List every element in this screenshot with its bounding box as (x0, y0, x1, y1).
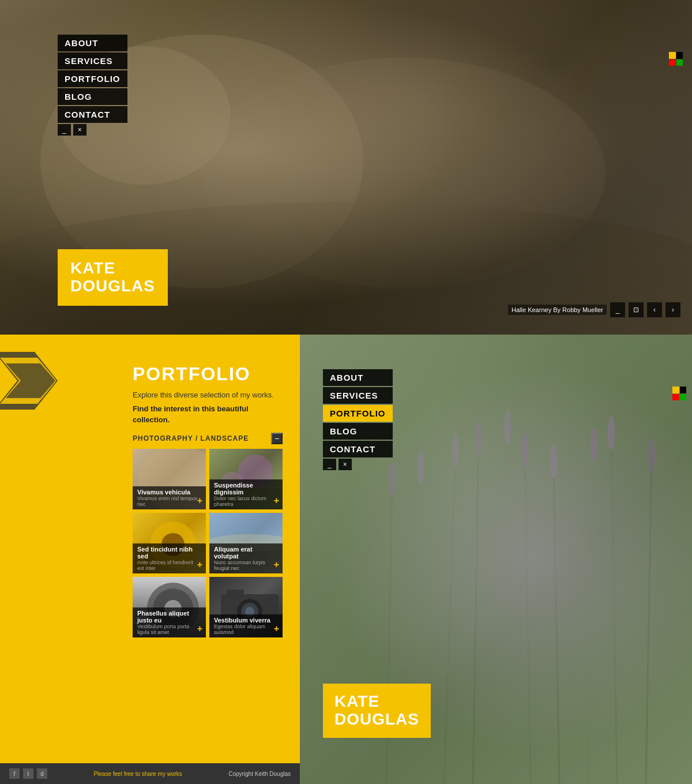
collapse-button[interactable]: − (271, 433, 283, 444)
portfolio-grid-row3: Phasellus aliquet justo eu Vestibulum po… (133, 577, 283, 637)
right-nav-portfolio[interactable]: PORTFOLIO (323, 405, 393, 422)
right-navigation: ABOUT SERVICES PORTFOLIO BLOG CONTACT _ … (323, 369, 393, 470)
right-color-square-black (680, 387, 687, 393)
portfolio-desc2: Find the interest in this beautiful coll… (133, 403, 283, 426)
portfolio-desc1: Explore this diverse selection of my wor… (133, 389, 283, 401)
share-text: Please feel free to share my works (47, 771, 228, 777)
item-3-overlay: Sed tincidunt nibh sed Ante ultrices id … (133, 543, 206, 573)
portfolio-grid-row2: Sed tincidunt nibh sed Ante ultrices id … (133, 513, 283, 573)
item-2-plus: + (274, 496, 279, 506)
slide-label: Halle Kearney By Robby Mueller (508, 305, 607, 315)
section-bar: PHOTOGRAPHY / LANDSCAPE − (133, 433, 283, 444)
portfolio-content: PORTFOLIO Explore this diverse selection… (0, 335, 300, 652)
item-5-desc: Vestibulum porta porta ligula sit amet (137, 624, 201, 635)
item-6-overlay: Vestibulum viverra Egestas dolor aliquam… (209, 614, 283, 637)
item-3-desc: Ante ultrices id hendrerit est inter (137, 560, 201, 571)
item-6-plus: + (274, 624, 279, 634)
item-4-plus: + (274, 560, 279, 570)
facebook-icon[interactable]: f (9, 768, 20, 779)
bottom-section: PORTFOLIO Explore this diverse selection… (0, 335, 692, 784)
color-square-yellow (669, 52, 676, 59)
nav-item-about[interactable]: ABOUT (58, 35, 127, 51)
portfolio-item-6[interactable]: Vestibulum viverra Egestas dolor aliquam… (209, 577, 283, 637)
brand-box-right: KATE DOUGLAS (323, 684, 431, 738)
dribbble-icon[interactable]: d (37, 768, 47, 779)
close-button[interactable]: × (73, 124, 86, 136)
slide-prev[interactable]: ‹ (647, 302, 662, 317)
slide-expand[interactable]: ⊡ (629, 302, 644, 317)
item-2-title: Suspendisse dignissim (214, 482, 278, 496)
right-hero-panel: ABOUT SERVICES PORTFOLIO BLOG CONTACT _ … (300, 335, 692, 784)
right-color-icon (672, 387, 686, 400)
item-1-desc: Vivamus enim nisl tempus nec (137, 496, 201, 507)
slideshow-controls: Halle Kearney By Robby Mueller _ ⊡ ‹ › (508, 302, 680, 317)
item-1-title: Vivamus vehicula (137, 489, 201, 496)
portfolio-panel: PORTFOLIO Explore this diverse selection… (0, 335, 300, 784)
right-color-square-green (680, 394, 687, 401)
social-icons: f t d (9, 768, 47, 779)
right-nav-contact[interactable]: CONTACT (323, 441, 393, 457)
item-4-overlay: Aliquam erat volutpat Nunc accumsan turp… (209, 543, 283, 573)
item-1-overlay: Vivamus vehicula Vivamus enim nisl tempu… (133, 486, 206, 509)
right-minimize-button[interactable]: _ (323, 459, 336, 470)
right-nav-services[interactable]: SERVICES (323, 387, 393, 404)
right-nav-blog[interactable]: BLOG (323, 423, 393, 440)
item-5-plus: + (197, 624, 202, 634)
item-3-title: Sed tincidunt nibh sed (137, 546, 201, 560)
right-color-square-yellow (672, 387, 679, 393)
twitter-icon[interactable]: t (23, 768, 33, 779)
portfolio-item-3[interactable]: Sed tincidunt nibh sed Ante ultrices id … (133, 513, 206, 573)
left-footer: f t d Please feel free to share my works… (0, 763, 300, 784)
item-1-plus: + (197, 496, 202, 506)
section-label: PHOTOGRAPHY / LANDSCAPE (133, 434, 249, 442)
slide-next[interactable]: › (665, 302, 680, 317)
item-5-title: Phasellus aliquet justo eu (137, 610, 201, 624)
item-6-title: Vestibulum viverra (214, 617, 278, 624)
svg-rect-24 (227, 590, 244, 597)
color-square-red (669, 59, 676, 66)
portfolio-item-1[interactable]: Vivamus vehicula Vivamus enim nisl tempu… (133, 449, 206, 509)
item-2-overlay: Suspendisse dignissim Dolor nec lacus di… (209, 479, 283, 509)
minimize-button[interactable]: _ (58, 124, 71, 136)
portfolio-grid-row1: Vivamus vehicula Vivamus enim nisl tempu… (133, 449, 283, 509)
copyright-text: Copyright Keith Douglas (228, 771, 291, 777)
nav-item-contact[interactable]: CONTACT (58, 106, 127, 123)
main-navigation: ABOUT SERVICES PORTFOLIO BLOG CONTACT _ … (58, 35, 127, 136)
color-icon (669, 52, 686, 69)
brand-name-top: KATE DOUGLAS (70, 260, 155, 295)
slide-minimize[interactable]: _ (610, 302, 625, 317)
brand-name-right: KATE DOUGLAS (334, 693, 419, 729)
color-square-green (676, 59, 683, 66)
portfolio-item-4[interactable]: Aliquam erat volutpat Nunc accumsan turp… (209, 513, 283, 573)
nav-item-portfolio[interactable]: PORTFOLIO (58, 70, 127, 87)
item-4-desc: Nunc accumsan turpis feugiat nec (214, 560, 278, 571)
item-6-desc: Egestas dolor aliquam auismod (214, 624, 278, 635)
item-4-title: Aliquam erat volutpat (214, 546, 278, 560)
right-color-square-red (672, 394, 679, 401)
brand-box-top: KATE DOUGLAS (58, 249, 168, 306)
item-3-plus: + (197, 560, 202, 570)
color-square-black (676, 52, 683, 59)
portfolio-title: PORTFOLIO (133, 363, 283, 385)
item-5-overlay: Phasellus aliquet justo eu Vestibulum po… (133, 607, 206, 637)
portfolio-item-2[interactable]: Suspendisse dignissim Dolor nec lacus di… (209, 449, 283, 509)
portfolio-item-5[interactable]: Phasellus aliquet justo eu Vestibulum po… (133, 577, 206, 637)
item-2-desc: Dolor nec lacus dictum pharetra (214, 496, 278, 507)
right-close-button[interactable]: × (339, 459, 352, 470)
hero-section: ABOUT SERVICES PORTFOLIO BLOG CONTACT _ … (0, 0, 692, 335)
right-nav-about[interactable]: ABOUT (323, 369, 393, 386)
nav-item-services[interactable]: SERVICES (58, 52, 127, 69)
nav-item-blog[interactable]: BLOG (58, 88, 127, 105)
